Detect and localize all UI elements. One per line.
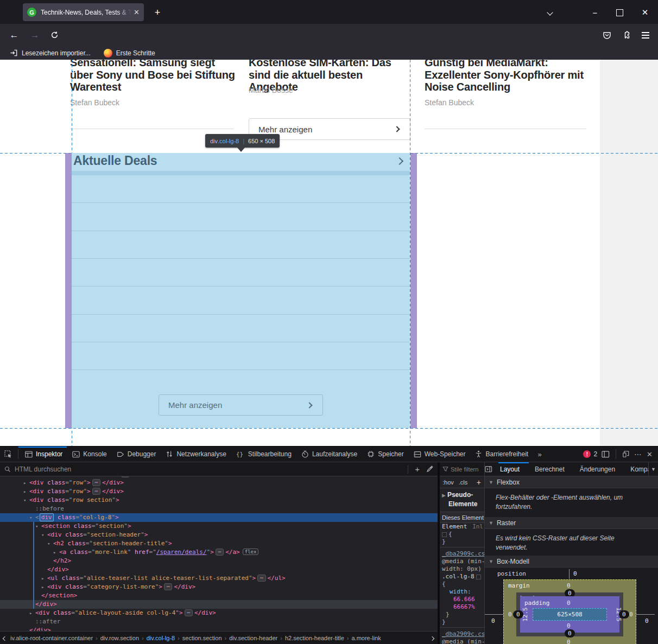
window-maximize-button[interactable]: [612, 7, 627, 18]
reload-button[interactable]: [47, 24, 62, 46]
deals-mehr-anzeigen-button[interactable]: Mehr anzeigen: [159, 394, 323, 416]
bookmark-import[interactable]: Lesezeichen importier...: [10, 49, 91, 57]
error-badge-icon[interactable]: !: [583, 450, 591, 458]
netzwerkanalyse-icon: [166, 450, 173, 458]
breadcrumb-item[interactable]: div.row.section: [100, 635, 139, 641]
sidebar-toggle-icon[interactable]: [485, 466, 492, 473]
margin-bottom-value[interactable]: 0: [567, 639, 571, 644]
extensions-puzzle-icon[interactable]: [619, 24, 634, 46]
margin-right-value[interactable]: 0: [629, 611, 633, 618]
active-tab-indicator: [18, 447, 67, 448]
tab-aenderungen[interactable]: Änderungen: [572, 466, 623, 473]
markup-row[interactable]: ▾<div class="col-lg-8">: [0, 513, 438, 522]
browser-tab[interactable]: G Technik-News, Deals, Tests & Ti ✕: [23, 3, 144, 21]
margin-top-value[interactable]: 0: [567, 582, 571, 589]
breadcrumb-separator: ›: [178, 635, 180, 641]
tab-close-icon[interactable]: ✕: [134, 8, 140, 16]
markup-row[interactable]: ▾<h2 class="section-header-title">: [0, 539, 438, 548]
border-left-value[interactable]: 0: [513, 610, 523, 619]
breadcrumb-item[interactable]: iv.alice-root-container.container: [10, 635, 93, 641]
style-filter-input[interactable]: Stile filtern: [440, 462, 484, 476]
breadcrumb-scroll-left-icon[interactable]: [3, 635, 7, 641]
add-rule-icon[interactable]: +: [477, 478, 481, 487]
breadcrumb-item[interactable]: div.col-lg-8: [147, 635, 175, 641]
add-node-icon[interactable]: +: [415, 464, 420, 474]
margin-left-value[interactable]: 0: [508, 611, 512, 618]
padding-bottom-value[interactable]: 0: [567, 622, 571, 629]
eyedropper-icon[interactable]: [426, 466, 433, 473]
meatball-menu-icon[interactable]: ⋯: [634, 450, 642, 458]
this-element-header: Dieses Element: [440, 512, 484, 523]
back-button[interactable]: ←: [7, 24, 22, 46]
devtools-tab-konsole[interactable]: Konsole: [67, 447, 111, 462]
list-all-tabs-icon[interactable]: [542, 7, 558, 18]
markup-row[interactable]: </div>: [0, 600, 438, 609]
flexbox-section-header[interactable]: ▼Flexbox: [485, 476, 658, 488]
markup-row[interactable]: ▾<div class="row section">: [0, 496, 438, 505]
border-bottom-value[interactable]: 0: [565, 629, 575, 637]
new-tab-button[interactable]: +: [150, 5, 165, 20]
border-right-value[interactable]: 0: [619, 610, 629, 619]
breadcrumb-separator: ›: [225, 635, 227, 641]
pseudo-elements-section[interactable]: ▶Pseudo- Elemente: [440, 488, 484, 512]
devtools-tab-speicher[interactable]: Speicher: [362, 447, 408, 462]
breadcrumb-item[interactable]: section.section: [182, 635, 222, 641]
pocket-icon[interactable]: [599, 24, 615, 46]
grid-section-header[interactable]: ▼Raster: [485, 517, 658, 529]
markup-row[interactable]: ▸<a class="more-link" href="/sparen/deal…: [0, 548, 438, 557]
window-close-button[interactable]: ✕: [637, 7, 653, 18]
stylesheet-link[interactable]: _dba2909c.cs: [440, 630, 484, 638]
markup-row[interactable]: ▸<ul class="alice-teaser-list alice-teas…: [0, 574, 438, 583]
box-model-content[interactable]: 625×508: [533, 608, 607, 621]
breadcrumb-scroll-right-icon[interactable]: [431, 635, 434, 641]
article-title[interactable]: Günstig bei MediaMarkt: Exzellenter Sony…: [425, 60, 587, 93]
selected-subtree-line: [33, 522, 34, 609]
markup-row[interactable]: ::after: [0, 617, 438, 626]
breadcrumb-item[interactable]: a.more-link: [351, 635, 381, 641]
box-model-section-header[interactable]: ▼Box-Modell: [485, 556, 658, 568]
sidebar-all-tabs-icon[interactable]: ▼: [648, 462, 658, 476]
window-minimize-button[interactable]: −: [587, 7, 603, 18]
menu-hamburger-icon[interactable]: [638, 24, 653, 46]
chevron-right-icon[interactable]: [396, 157, 403, 165]
markup-row[interactable]: </h2>: [0, 557, 438, 565]
html-search-bar[interactable]: HTML durchsuchen +: [0, 462, 438, 476]
bookmark-erste-schritte[interactable]: Erste Schritte: [104, 49, 155, 58]
devtools-toolbar: InspektorKonsoleDebuggerNetzwerkanalyse{…: [0, 447, 658, 462]
tab-berechnet[interactable]: Berechnet: [527, 466, 572, 473]
more-tabs-icon[interactable]: »: [533, 447, 546, 462]
pseudo-class-toggle[interactable]: :hov: [442, 479, 454, 486]
element-picker-icon[interactable]: [0, 447, 16, 462]
devtools-tab-inspektor[interactable]: Inspektor: [20, 447, 67, 462]
markup-row[interactable]: ::before: [0, 505, 438, 513]
markup-row[interactable]: ▾<section class="section">: [0, 522, 438, 531]
tab-layout[interactable]: Layout: [492, 466, 527, 473]
forward-button[interactable]: →: [27, 24, 42, 46]
split-console-icon[interactable]: [602, 451, 610, 458]
article-title[interactable]: Sensationell: Samsung siegt über Sony un…: [70, 60, 237, 93]
devtools-tab-laufzeitanalyse[interactable]: Laufzeitanalyse: [296, 447, 362, 462]
class-toggle[interactable]: .cls: [459, 479, 468, 486]
markup-row[interactable]: ▸<div class="category-list-more">⋯</div>: [0, 583, 438, 591]
markup-row[interactable]: ▾<div class="section-header">: [0, 531, 438, 539]
devtools-tab-web-speicher[interactable]: Web-Speicher: [409, 447, 471, 462]
devtools-tab-debugger[interactable]: Debugger: [112, 447, 161, 462]
devtools-close-icon[interactable]: ✕: [647, 450, 653, 458]
css-rule-line: 66.666: [440, 596, 484, 603]
markup-row[interactable]: ▸<div class="row">⋯</div>: [0, 487, 438, 496]
section-title[interactable]: Aktuelle Deals: [73, 154, 157, 168]
devtools-tab-stilbearbeitung[interactable]: {}Stilbearbeitung: [231, 447, 296, 462]
markup-row[interactable]: ▸<div class="alice-layout-aside col-lg-4…: [0, 609, 438, 617]
markup-row[interactable]: </section>: [0, 591, 438, 600]
breadcrumb-item[interactable]: h2.section-header-title: [285, 635, 344, 641]
padding-top-value[interactable]: 0: [567, 600, 571, 607]
breadcrumb-item[interactable]: div.section-header: [229, 635, 277, 641]
markup-row[interactable]: </div>: [0, 626, 438, 631]
devtools-tab-barrierefreiheit[interactable]: Barrierefreiheit: [470, 447, 533, 462]
responsive-mode-icon[interactable]: [622, 450, 630, 458]
markup-row[interactable]: </div>: [0, 565, 438, 574]
markup-row[interactable]: ▸<div class="row">⋯</div>: [0, 479, 438, 487]
stylesheet-link[interactable]: _dba2909c.cs: [440, 550, 484, 558]
devtools-tab-netzwerkanalyse[interactable]: Netzwerkanalyse: [161, 447, 231, 462]
divider: [72, 314, 410, 315]
